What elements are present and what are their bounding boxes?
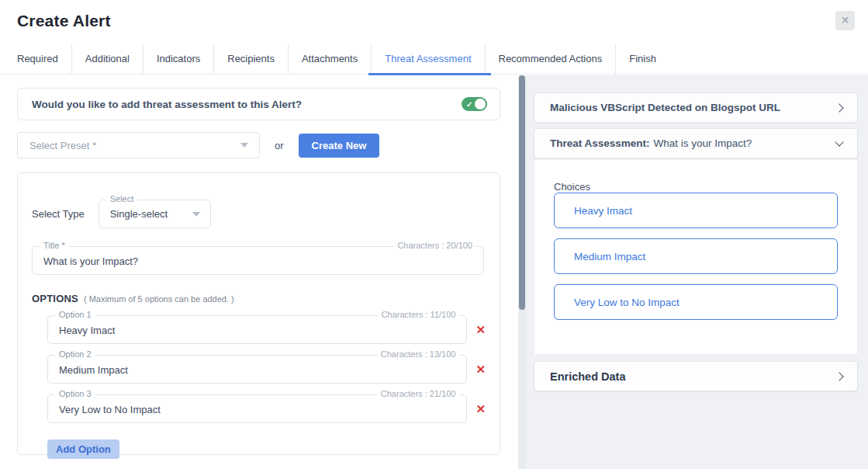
choice-medium-impact[interactable]: Medium Impact (554, 238, 838, 274)
type-select-dropdown[interactable]: Select Single-select (99, 200, 211, 228)
select-type-label: Select Type (32, 208, 85, 220)
option-row: Option 1 Characters : 11/100 Heavy Imact… (47, 315, 486, 344)
choice-label: Medium Impact (574, 251, 645, 262)
tab-finish[interactable]: Finish (616, 43, 669, 74)
option-1-legend: Option 1 (55, 310, 95, 319)
options-note: ( Maximum of 5 options can be added. ) (84, 294, 234, 304)
choice-label: Heavy Imact (574, 205, 632, 217)
page-title: Create Alert (17, 12, 111, 30)
caret-down-icon (240, 143, 248, 148)
choice-label: Very Low to No Impact (574, 297, 680, 308)
or-label: or (275, 140, 284, 151)
scrollbar-thumb[interactable] (519, 75, 525, 310)
remove-icon: ✕ (475, 363, 486, 376)
alert-title-text: Malicious VBScript Detected on Blogspot … (550, 102, 780, 113)
close-button[interactable]: ✕ (835, 11, 855, 30)
remove-option-3-button[interactable]: ✕ (475, 403, 486, 415)
select-preset-placeholder: Select Preset * (29, 140, 96, 151)
question-builder-card: Select Type Select Single-select Title *… (17, 172, 500, 455)
tab-recommended-actions[interactable]: Recommended Actions (486, 43, 617, 74)
tab-label: Additional (85, 53, 130, 64)
assessment-choices-body: Choices Heavy Imact Medium Impact Very L… (534, 160, 858, 355)
options-heading: OPTIONS (32, 293, 78, 304)
enriched-data-accordion[interactable]: Enriched Data (534, 361, 858, 391)
tab-label: Finish (629, 53, 656, 64)
main-content: Would you like to add threat assessment … (0, 75, 868, 469)
assessment-header-text: Threat Assessment:What is your Impact? (550, 137, 752, 149)
choice-very-low-impact[interactable]: Very Low to No Impact (554, 284, 838, 320)
toggle-question-card: Would you like to add threat assessment … (17, 88, 500, 120)
check-icon: ✓ (466, 99, 472, 109)
alert-preview-panel: Malicious VBScript Detected on Blogspot … (526, 75, 868, 469)
tab-attachments[interactable]: Attachments (289, 43, 372, 74)
modal-header: Create Alert ✕ (0, 0, 868, 43)
caret-down-icon (192, 212, 200, 217)
option-row: Option 2 Characters : 13/100 Medium Impa… (47, 355, 486, 384)
threat-assessment-toggle[interactable]: ✓ (462, 97, 487, 111)
option-row: Option 3 Characters : 21/100 Very Low to… (47, 394, 486, 423)
option-3-char-counter: Characters : 21/100 (377, 389, 460, 398)
type-select-value: Single-select (99, 208, 178, 220)
add-option-button[interactable]: Add Option (47, 439, 119, 459)
tab-threat-assessment[interactable]: Threat Assessment (372, 43, 485, 74)
spacer (534, 123, 858, 128)
assessment-question: What is your Impact? (654, 137, 752, 149)
vertical-scrollbar (518, 75, 526, 469)
title-input-legend: Title * (40, 241, 69, 250)
select-preset-dropdown[interactable]: Select Preset * (17, 132, 260, 158)
threat-assessment-form-panel: Would you like to add threat assessment … (0, 75, 518, 469)
chevron-right-icon (835, 372, 843, 380)
tab-label: Threat Assessment (385, 53, 471, 64)
alert-title-accordion[interactable]: Malicious VBScript Detected on Blogspot … (534, 92, 858, 123)
create-new-button[interactable]: Create New (299, 134, 380, 158)
toggle-question-label: Would you like to add threat assessment … (32, 99, 302, 110)
tab-label: Indicators (157, 53, 200, 64)
remove-option-1-button[interactable]: ✕ (475, 324, 486, 335)
chevron-down-icon (835, 137, 843, 146)
wizard-tabs: Required Additional Indicators Recipient… (0, 43, 868, 75)
tab-recipients[interactable]: Recipients (214, 43, 289, 74)
close-icon: ✕ (841, 14, 850, 26)
preset-row: Select Preset * or Create New (17, 132, 500, 158)
option-3-legend: Option 3 (55, 389, 95, 398)
select-type-row: Select Type Select Single-select (32, 200, 486, 228)
option-1-input[interactable]: Option 1 Characters : 11/100 Heavy Imact (47, 315, 467, 344)
tab-required[interactable]: Required (17, 43, 72, 74)
tab-label: Recipients (227, 53, 275, 64)
tab-label: Attachments (302, 53, 358, 64)
type-select-legend: Select (106, 194, 138, 203)
tab-label: Required (17, 53, 58, 64)
option-1-char-counter: Characters : 11/100 (378, 310, 460, 319)
remove-option-2-button[interactable]: ✕ (475, 363, 486, 375)
tab-indicators[interactable]: Indicators (144, 43, 214, 74)
threat-assessment-accordion[interactable]: Threat Assessment:What is your Impact? (534, 128, 858, 158)
enriched-data-title: Enriched Data (550, 370, 626, 383)
remove-icon: ✕ (475, 402, 486, 415)
tab-label: Recommended Actions (499, 53, 603, 64)
assessment-prefix: Threat Assessment: (550, 137, 650, 149)
chevron-right-icon (835, 103, 843, 112)
tab-additional[interactable]: Additional (72, 43, 144, 74)
choices-label: Choices (554, 181, 837, 193)
option-2-char-counter: Characters : 13/100 (377, 349, 460, 359)
choice-heavy-impact[interactable]: Heavy Imact (554, 193, 838, 228)
title-input[interactable]: Title * Characters : 20/100 What is your… (32, 246, 484, 275)
options-header: OPTIONS ( Maximum of 5 options can be ad… (32, 293, 486, 304)
toggle-knob (475, 99, 486, 109)
remove-icon: ✕ (475, 323, 486, 336)
title-char-counter: Characters : 20/100 (393, 241, 476, 250)
option-2-input[interactable]: Option 2 Characters : 13/100 Medium Impa… (47, 355, 467, 384)
option-2-legend: Option 2 (55, 349, 95, 359)
option-3-input[interactable]: Option 3 Characters : 21/100 Very Low to… (47, 394, 467, 423)
